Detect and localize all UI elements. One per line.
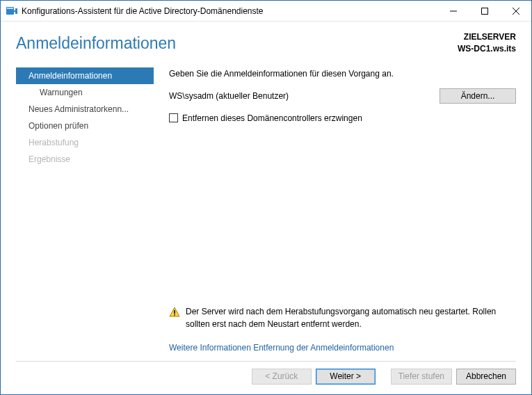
- sidebar-item-demotion: Herabstufung: [16, 134, 154, 151]
- current-credentials-text: WS\sysadm (aktueller Benutzer): [169, 91, 440, 101]
- wizard-body: Anmeldeinformationen ZIELSERVER WS-DC1.w…: [1, 22, 531, 369]
- next-button[interactable]: Weiter >: [316, 369, 376, 385]
- app-icon: [6, 6, 17, 17]
- warning-row: Der Server wird nach dem Herabstufungsvo…: [169, 306, 516, 330]
- minimize-button[interactable]: [437, 1, 469, 21]
- button-gap: [380, 369, 387, 385]
- back-button: < Zurück: [252, 369, 312, 385]
- sidebar-item-label: Neues Administratorkenn...: [29, 104, 129, 114]
- svg-rect-1: [7, 8, 13, 9]
- sidebar-item-new-admin-password[interactable]: Neues Administratorkenn...: [16, 101, 154, 118]
- demote-button: Tiefer stufen: [391, 369, 452, 385]
- wizard-sidebar: Anmeldeinformationen Warnungen Neues Adm…: [16, 67, 154, 355]
- target-server-label: ZIELSERVER: [458, 31, 516, 43]
- sidebar-item-warnings[interactable]: Warnungen: [16, 84, 154, 101]
- force-removal-checkbox[interactable]: [169, 113, 178, 122]
- warning-text: Der Server wird nach dem Herabstufungsvo…: [186, 306, 516, 330]
- svg-rect-3: [15, 8, 17, 14]
- sidebar-item-label: Ergebnisse: [29, 154, 70, 164]
- more-info-link[interactable]: Weitere Informationen Entfernung der Anm…: [169, 343, 394, 353]
- sidebar-item-label: Warnungen: [40, 88, 83, 97]
- svg-rect-10: [174, 314, 175, 316]
- sidebar-item-credentials[interactable]: Anmeldeinformationen: [16, 67, 154, 84]
- footer-divider: [16, 361, 516, 362]
- wizard-window: Konfigurations-Assistent für die Active …: [0, 0, 532, 395]
- footer-button-row: < Zurück Weiter > Tiefer stufen Abbreche…: [1, 369, 531, 394]
- sidebar-item-label: Anmeldeinformationen: [29, 71, 112, 81]
- maximize-button[interactable]: [469, 1, 500, 21]
- window-controls: [437, 1, 531, 21]
- sidebar-item-review-options[interactable]: Optionen prüfen: [16, 118, 154, 134]
- target-server-block: ZIELSERVER WS-DC1.ws.its: [458, 31, 516, 55]
- page-title: Anmeldeinformationen: [16, 34, 458, 53]
- force-removal-label: Entfernen dieses Domänencontrollers erzw…: [182, 113, 362, 123]
- change-credentials-button[interactable]: Ändern...: [440, 88, 516, 104]
- svg-rect-5: [481, 8, 487, 14]
- sidebar-item-results: Ergebnisse: [16, 151, 154, 168]
- bottom-info-block: Der Server wird nach dem Herabstufungsvo…: [169, 306, 516, 355]
- cancel-button[interactable]: Abbrechen: [456, 369, 516, 385]
- intro-text: Geben Sie die Anmeldeinformationen für d…: [169, 69, 516, 79]
- force-removal-row: Entfernen dieses Domänencontrollers erzw…: [169, 113, 516, 123]
- credentials-row: WS\sysadm (aktueller Benutzer) Ändern...: [169, 88, 516, 104]
- close-button[interactable]: [500, 1, 531, 21]
- content-row: Anmeldeinformationen Warnungen Neues Adm…: [16, 67, 516, 355]
- sidebar-item-label: Optionen prüfen: [29, 121, 88, 131]
- header-row: Anmeldeinformationen ZIELSERVER WS-DC1.w…: [16, 31, 516, 55]
- target-server-value: WS-DC1.ws.its: [458, 43, 516, 55]
- window-title: Konfigurations-Assistent für die Active …: [22, 6, 437, 16]
- wizard-main: Geben Sie die Anmeldeinformationen für d…: [154, 67, 516, 355]
- svg-rect-9: [174, 310, 175, 314]
- titlebar: Konfigurations-Assistent für die Active …: [1, 1, 531, 22]
- warning-icon: [169, 307, 180, 318]
- sidebar-item-label: Herabstufung: [29, 138, 79, 147]
